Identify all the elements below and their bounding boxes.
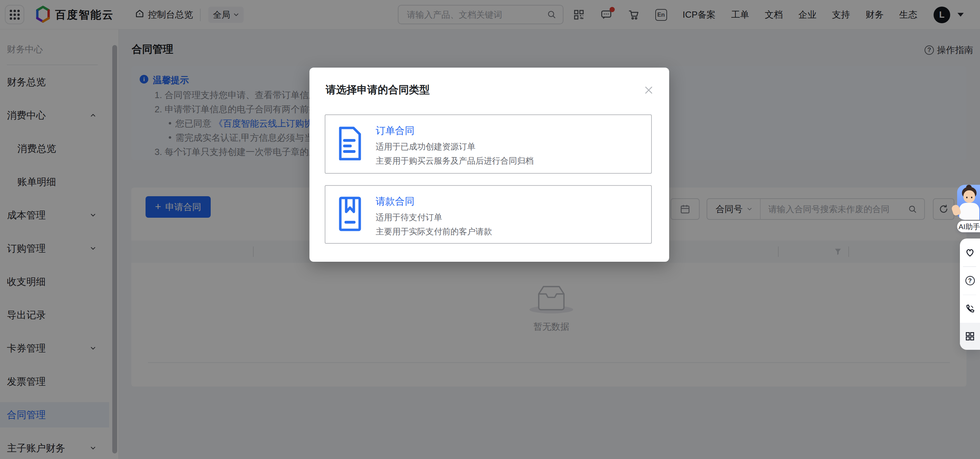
payment-contract-icon [336,196,364,233]
option-title: 订单合同 [375,124,651,137]
option-desc-2: 主要用于购买云服务及产品后进行合同归档 [375,155,651,166]
option-desc-1: 适用于已成功创建资源订单 [375,141,651,152]
grid-squares-icon [965,331,975,341]
ai-assistant-avatar [957,185,980,220]
option-payment-request-contract[interactable]: 请款合同 适用于待支付订单 主要用于实际支付前的客户请款 [325,185,652,244]
close-icon[interactable] [644,85,654,95]
order-contract-icon [336,126,364,163]
floating-toolbar: ? [960,239,980,349]
screen: 百度智能云 控制台总览 全局 [0,0,980,459]
heart-icon [965,247,975,258]
option-title: 请款合同 [375,195,651,208]
option-desc-2: 主要用于实际支付前的客户请款 [375,226,651,237]
question-icon: ? [966,276,975,285]
favorites-button[interactable] [960,239,980,266]
ai-assistant[interactable]: AI助手 [952,185,980,233]
ai-assistant-label[interactable]: AI助手 [957,221,980,232]
help-button[interactable]: ? [960,267,980,295]
option-desc-1: 适用于待支付订单 [375,212,651,223]
contract-type-modal: 请选择申请的合同类型 订单合同 适用于已成功创建资源订单 主要用于购买云服务及产… [309,68,669,262]
modal-title: 请选择申请的合同类型 [326,83,430,97]
option-order-contract[interactable]: 订单合同 适用于已成功创建资源订单 主要用于购买云服务及产品后进行合同归档 [325,115,652,174]
more-tools-button[interactable] [960,323,980,350]
phone-icon [965,304,975,314]
contact-button[interactable] [960,295,980,323]
